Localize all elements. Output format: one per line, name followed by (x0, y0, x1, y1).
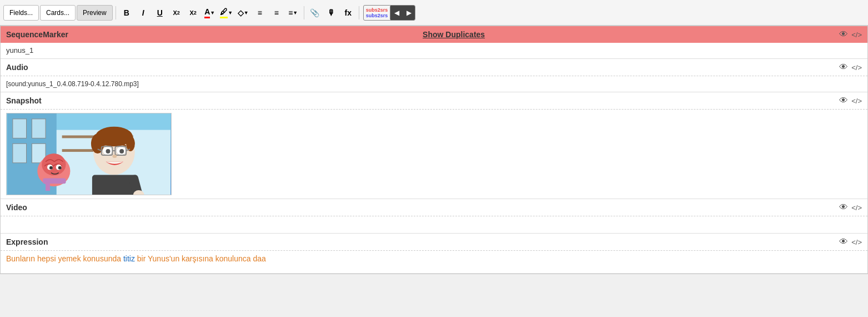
highlight-icon: 🖊 (220, 7, 228, 18)
snapshot-image (6, 113, 172, 195)
align-button[interactable]: ≡ ▼ (285, 5, 301, 21)
audio-field: Audio 👁 </> [sound:yunus_1_0.4.08.719-0.… (1, 59, 867, 92)
expression-field: Expression 👁 </> Bunların hepsi yemek ko… (1, 234, 867, 274)
snapshot-svg (7, 113, 171, 195)
subs2srs-prev-button[interactable]: ◀ (390, 5, 403, 21)
expression-code-icon[interactable]: </> (851, 238, 862, 246)
attach-icon: 📎 (310, 8, 319, 17)
audio-label: Audio (6, 63, 28, 72)
expression-header: Expression 👁 </> (1, 234, 867, 251)
svg-point-31 (112, 155, 117, 158)
ordered-list-icon: ≡ (274, 8, 279, 17)
sequence-marker-code-icon[interactable]: </> (851, 31, 862, 39)
align-dropdown-icon[interactable]: ▼ (293, 10, 298, 16)
video-content[interactable] (1, 216, 867, 233)
sequence-marker-actions: 👁 </> (839, 29, 862, 39)
unordered-list-icon: ≡ (258, 8, 262, 17)
fields-area: SequenceMarker Show Duplicates 👁 </> yun… (0, 26, 868, 274)
eraser-dropdown-icon[interactable]: ▼ (244, 10, 249, 16)
video-field: Video 👁 </> (1, 199, 867, 234)
italic-button[interactable]: I (136, 5, 151, 21)
attach-button[interactable]: 📎 (307, 5, 323, 21)
audio-content[interactable]: [sound:yunus_1_0.4.08.719-0.4.12.780.mp3… (1, 76, 867, 92)
expression-label: Expression (6, 237, 48, 246)
eraser-button[interactable]: ◇ ▼ (235, 5, 251, 21)
video-code-icon[interactable]: </> (851, 204, 862, 212)
audio-value: [sound:yunus_1_0.4.08.719-0.4.12.780.mp3… (6, 80, 139, 88)
record-icon: 🎙 (328, 8, 335, 17)
svg-point-15 (58, 166, 62, 170)
video-actions: 👁 </> (839, 202, 862, 212)
divider-2 (304, 6, 304, 19)
svg-point-30 (119, 149, 124, 153)
formula-button[interactable]: fx (340, 5, 356, 21)
svg-point-14 (49, 166, 53, 170)
svg-rect-7 (62, 135, 95, 138)
subscript-button[interactable]: X2 (185, 5, 201, 21)
eraser-icon: ◇ (238, 8, 244, 17)
expression-segment-3: bir Yunus'un karşısına konulunca daa (135, 254, 266, 263)
svg-rect-2 (13, 119, 27, 138)
highlight-dropdown-icon[interactable]: ▼ (228, 10, 233, 16)
unordered-list-button[interactable]: ≡ (252, 5, 268, 21)
sequence-marker-label: SequenceMarker (6, 30, 68, 39)
sequence-marker-header: SequenceMarker Show Duplicates 👁 </> (1, 26, 867, 43)
svg-point-29 (106, 149, 111, 153)
fields-button[interactable]: Fields... (3, 5, 39, 21)
cards-button[interactable]: Cards... (40, 5, 76, 21)
highlight-button[interactable]: 🖊 ▼ (219, 5, 234, 21)
formula-icon: fx (344, 8, 351, 17)
toolbar: Fields... Cards... Preview B I U X2 X2 A… (0, 0, 868, 26)
bold-button[interactable]: B (119, 5, 134, 21)
font-color-button[interactable]: A ▼ (202, 5, 218, 21)
show-duplicates-link[interactable]: Show Duplicates (423, 30, 485, 39)
sequence-marker-center: Show Duplicates (68, 30, 839, 39)
audio-actions: 👁 </> (839, 62, 862, 72)
expression-segment-1: Bunların hepsi yemek konusunda (6, 254, 123, 263)
preview-button[interactable]: Preview (77, 5, 113, 21)
svg-point-21 (126, 136, 135, 151)
snapshot-header: Snapshot 👁 </> (1, 92, 867, 110)
font-color-dropdown-icon[interactable]: ▼ (210, 10, 215, 16)
underline-button[interactable]: U (152, 5, 168, 21)
record-button[interactable]: 🎙 (324, 5, 339, 21)
svg-rect-4 (13, 143, 27, 163)
snapshot-field: Snapshot 👁 </> (1, 92, 867, 199)
video-label: Video (6, 203, 27, 212)
font-color-label: A (204, 7, 210, 18)
divider-1 (116, 6, 116, 19)
sequence-marker-field: SequenceMarker Show Duplicates 👁 </> yun… (1, 26, 867, 59)
sequence-marker-value: yunus_1 (6, 46, 33, 55)
expression-segment-2: titiz (123, 254, 135, 263)
expression-content[interactable]: Bunların hepsi yemek konusunda titiz bir… (1, 251, 867, 273)
subs2srs-next-button[interactable]: ▶ (403, 5, 415, 21)
snapshot-eye-icon[interactable]: 👁 (839, 96, 848, 106)
sequence-marker-eye-icon[interactable]: 👁 (839, 29, 848, 39)
ordered-list-button[interactable]: ≡ (269, 5, 284, 21)
video-header: Video 👁 </> (1, 199, 867, 216)
expression-eye-icon[interactable]: 👁 (839, 237, 848, 247)
snapshot-actions: 👁 </> (839, 96, 862, 106)
svg-rect-9 (62, 149, 95, 152)
svg-rect-17 (46, 182, 50, 191)
sequence-marker-content[interactable]: yunus_1 (1, 43, 867, 58)
audio-header: Audio 👁 </> (1, 59, 867, 76)
snapshot-label: Snapshot (6, 96, 42, 105)
align-icon: ≡ (288, 8, 293, 17)
audio-eye-icon[interactable]: 👁 (839, 62, 848, 72)
svg-point-11 (42, 153, 66, 175)
svg-point-20 (91, 134, 104, 154)
expression-actions: 👁 </> (839, 237, 862, 247)
snapshot-code-icon[interactable]: </> (851, 97, 862, 105)
superscript-button[interactable]: X2 (169, 5, 184, 21)
subs2srs-group: subs2srs subs2srs ◀ ▶ (363, 5, 416, 21)
snapshot-content (1, 110, 867, 199)
subs2srs-label: subs2srs subs2srs (364, 6, 391, 19)
divider-3 (359, 6, 359, 19)
svg-rect-3 (32, 119, 46, 138)
audio-code-icon[interactable]: </> (851, 63, 862, 72)
video-eye-icon[interactable]: 👁 (839, 202, 848, 212)
